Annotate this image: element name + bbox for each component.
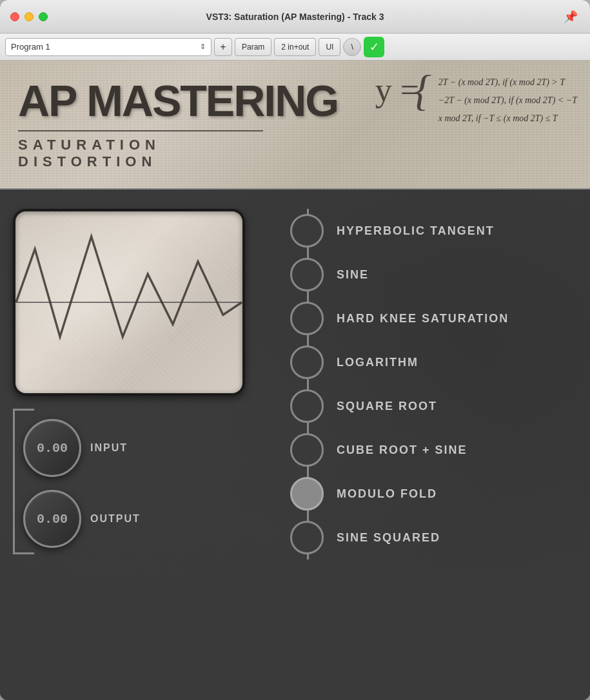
mode-label-modulo-fold: MODULO FOLD (337, 487, 437, 501)
mode-item-square-root[interactable]: SQUARE ROOT (290, 384, 577, 428)
controls-bracket: 0.00 INPUT 0.00 OUTPUT (13, 409, 155, 550)
io-button[interactable]: 2 in+out (274, 38, 316, 56)
mode-label-hard-knee-saturation: HARD KNEE SATURATION (337, 312, 509, 326)
waveform-display (13, 209, 245, 396)
knob-button[interactable]: \ (343, 38, 361, 56)
mode-item-cube-root-sine[interactable]: CUBE ROOT + SINE (290, 428, 577, 472)
mode-item-hyperbolic-tangent[interactable]: HYPERBOLIC TANGENT (290, 209, 577, 253)
mode-item-hard-knee-saturation[interactable]: HARD KNEE SATURATION (290, 297, 577, 340)
add-button[interactable]: + (214, 38, 232, 56)
waveform-svg (15, 211, 242, 393)
output-label: OUTPUT (90, 513, 141, 525)
plugin-main: 0.00 INPUT 0.00 OUTPUT HYPER (0, 190, 590, 700)
program-selector[interactable]: Program 1 ⇕ (5, 38, 211, 56)
close-button[interactable] (10, 12, 19, 21)
titlebar: VST3: Saturation (AP Mastering) - Track … (0, 0, 590, 34)
input-knob[interactable]: 0.00 (23, 419, 81, 477)
input-label: INPUT (90, 442, 128, 454)
mode-radio-square-root[interactable] (290, 389, 324, 423)
formula-brace: { (414, 68, 431, 112)
plugin-window: VST3: Saturation (AP Mastering) - Track … (0, 0, 590, 700)
toolbar: Program 1 ⇕ + Param 2 in+out UI \ ✓ (0, 34, 590, 61)
pin-button[interactable]: 📌 (562, 8, 580, 26)
right-panel: HYPERBOLIC TANGENTSINEHARD KNEE SATURATI… (271, 209, 577, 687)
mode-radio-cube-root-sine[interactable] (290, 433, 324, 467)
ui-button[interactable]: UI (319, 38, 340, 56)
mode-label-square-root: SQUARE ROOT (337, 400, 437, 413)
maximize-button[interactable] (39, 12, 48, 21)
mode-label-logarithm: LOGARITHM (337, 356, 418, 369)
param-button[interactable]: Param (235, 38, 271, 56)
minimize-button[interactable] (25, 12, 34, 21)
input-knob-group: 0.00 INPUT (23, 419, 144, 477)
plugin-body: AP MASTERING SATURATION DISTORTION y = {… (0, 61, 590, 700)
mode-list: HYPERBOLIC TANGENTSINEHARD KNEE SATURATI… (290, 209, 577, 559)
confirm-button[interactable]: ✓ (364, 37, 384, 57)
formula-line2: −2T − (x mod 2T), if (x mod 2T) < −T (438, 92, 577, 110)
mode-radio-hard-knee-saturation[interactable] (290, 302, 324, 335)
mode-label-sine: SINE (337, 268, 369, 282)
input-value: 0.00 (37, 441, 68, 456)
window-title: VST3: Saturation (AP Mastering) - Track … (206, 12, 384, 22)
formula-display: y = { 2T − (x mod 2T), if (x mod 2T) > T… (380, 73, 577, 128)
traffic-lights (10, 12, 48, 21)
output-value: 0.00 (37, 512, 68, 527)
mode-item-sine[interactable]: SINE (290, 253, 577, 297)
mode-radio-sine[interactable] (290, 258, 324, 291)
mode-label-hyperbolic-tangent: HYPERBOLIC TANGENT (337, 224, 495, 238)
mode-item-logarithm[interactable]: LOGARITHM (290, 340, 577, 384)
mode-label-cube-root-sine: CUBE ROOT + SINE (337, 443, 467, 457)
mode-radio-sine-squared[interactable] (290, 521, 324, 554)
program-label: Program 1 (11, 42, 50, 52)
mode-radio-logarithm[interactable] (290, 345, 324, 379)
plugin-header: AP MASTERING SATURATION DISTORTION y = {… (0, 61, 590, 190)
mode-item-sine-squared[interactable]: SINE SQUARED (290, 516, 577, 559)
mode-radio-hyperbolic-tangent[interactable] (290, 214, 324, 248)
mode-radio-modulo-fold[interactable] (290, 477, 324, 510)
plugin-subtitle: SATURATION DISTORTION (18, 130, 263, 170)
mode-item-modulo-fold[interactable]: MODULO FOLD (290, 472, 577, 516)
formula-line1: 2T − (x mod 2T), if (x mod 2T) > T (438, 73, 577, 92)
mode-label-sine-squared: SINE SQUARED (337, 531, 440, 545)
output-knob[interactable]: 0.00 (23, 490, 81, 548)
formula-line3: x mod 2T, if −T ≤ (x mod 2T) ≤ T (438, 110, 577, 128)
output-knob-group: 0.00 OUTPUT (23, 490, 144, 548)
program-arrows: ⇕ (200, 43, 206, 51)
brand-title: AP MASTERING (18, 79, 338, 122)
formula-lhs: y = (375, 73, 419, 107)
left-panel: 0.00 INPUT 0.00 OUTPUT (13, 209, 271, 687)
